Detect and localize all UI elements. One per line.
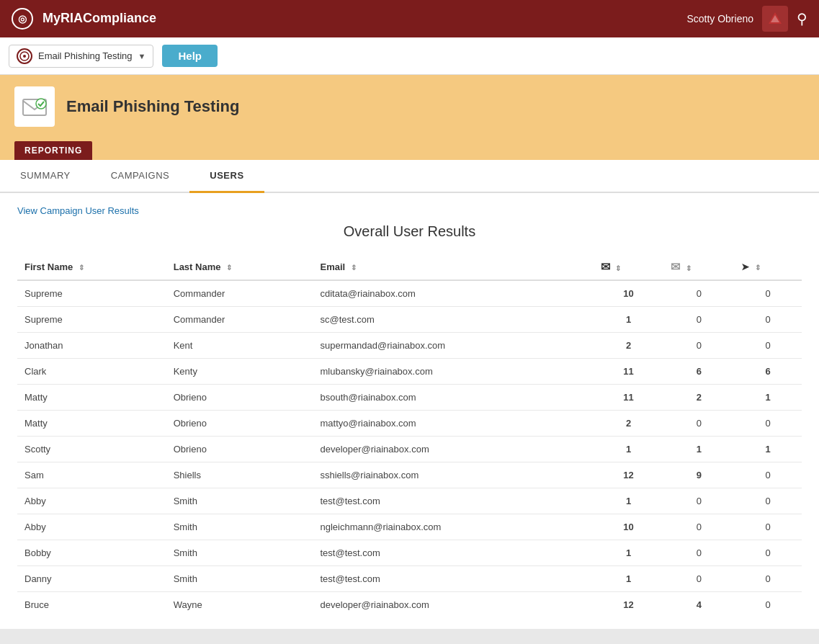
avatar[interactable] — [762, 6, 788, 32]
cell-col1: 11 — [594, 359, 664, 385]
cell-firstname: Matty — [17, 411, 166, 437]
cell-email: mattyo@riainabox.com — [313, 411, 593, 437]
cell-firstname: Clark — [17, 359, 166, 385]
cell-lastname: Obrieno — [166, 385, 313, 411]
col-header-lastname[interactable]: Last Name ⇕ — [166, 254, 313, 280]
col-header-sent[interactable]: ✉ ⇕ — [594, 254, 664, 280]
sort-icon-sent: ⇕ — [615, 264, 621, 272]
cell-email: test@test.com — [313, 566, 593, 592]
cell-col2: 6 — [663, 359, 734, 385]
cell-lastname: Smith — [166, 488, 313, 514]
cell-firstname: Bruce — [17, 592, 166, 618]
cursor-icon: ➤ — [741, 261, 749, 272]
cell-col3: 0 — [734, 333, 802, 359]
cell-col3: 0 — [734, 462, 802, 488]
module-selector[interactable]: Email Phishing Testing ▼ — [9, 45, 153, 68]
search-icon[interactable]: ⚲ — [797, 10, 807, 27]
cell-col1: 12 — [594, 462, 664, 488]
cell-col2: 4 — [663, 592, 734, 618]
cell-col3: 0 — [734, 280, 802, 307]
cell-lastname: Shiells — [166, 462, 313, 488]
logo-my: My — [42, 11, 61, 25]
tab-summary[interactable]: SUMMARY — [0, 160, 91, 193]
cell-col2: 0 — [663, 280, 734, 307]
table-row: Bruce Wayne developer@riainabox.com 12 4… — [17, 592, 802, 618]
cell-email: bsouth@riainabox.com — [313, 385, 593, 411]
cell-col3: 0 — [734, 566, 802, 592]
col-header-firstname[interactable]: First Name ⇕ — [17, 254, 166, 280]
cell-col2: 0 — [663, 307, 734, 333]
cell-lastname: Kent — [166, 333, 313, 359]
table-row: Scotty Obrieno developer@riainabox.com 1… — [17, 437, 802, 462]
cell-firstname: Supreme — [17, 280, 166, 307]
view-campaign-link[interactable]: View Campaign User Results — [17, 205, 139, 216]
email-check-icon — [22, 94, 48, 120]
cell-col3: 0 — [734, 488, 802, 514]
table-row: Supreme Commander sc@test.com 1 0 0 — [17, 307, 802, 333]
cell-col1: 2 — [594, 411, 664, 437]
cell-email: supermandad@riainabox.com — [313, 333, 593, 359]
topbar-right: Scotty Obrieno ⚲ — [686, 6, 807, 32]
page-icon — [14, 86, 55, 127]
cell-email: developer@riainabox.com — [313, 437, 593, 462]
cell-col1: 10 — [594, 280, 664, 307]
cell-col1: 10 — [594, 514, 664, 540]
sort-icon-firstname: ⇕ — [79, 264, 84, 272]
table-row: Abby Smith ngleichmann@riainabox.com 10 … — [17, 514, 802, 540]
cell-col3: 0 — [734, 411, 802, 437]
cell-col1: 1 — [594, 437, 664, 462]
topbar: ◎ MyRIACompliance Scotty Obrieno ⚲ — [0, 0, 819, 37]
cell-firstname: Supreme — [17, 307, 166, 333]
cell-col2: 0 — [663, 333, 734, 359]
svg-point-6 — [36, 99, 46, 109]
reporting-tab[interactable]: REPORTING — [14, 141, 92, 160]
col-header-email[interactable]: Email ⇕ — [313, 254, 593, 280]
cell-col2: 0 — [663, 488, 734, 514]
results-title: Overall User Results — [17, 223, 802, 240]
page-title: Email Phishing Testing — [66, 97, 239, 116]
cell-email: sshiells@riainabox.com — [313, 462, 593, 488]
tab-users[interactable]: USERS — [189, 160, 264, 193]
user-name: Scotty Obrieno — [686, 13, 753, 24]
cell-lastname: Obrieno — [166, 437, 313, 462]
cell-col2: 9 — [663, 462, 734, 488]
cell-col1: 1 — [594, 566, 664, 592]
cell-lastname: Smith — [166, 514, 313, 540]
logo-ria: RIA — [61, 11, 83, 25]
cell-lastname: Commander — [166, 307, 313, 333]
avatar-icon — [767, 11, 783, 27]
content-area: View Campaign User Results Overall User … — [0, 193, 819, 629]
cell-firstname: Scotty — [17, 437, 166, 462]
cell-col1: 2 — [594, 333, 664, 359]
sort-icon-clicked: ⇕ — [755, 264, 761, 272]
module-icon — [17, 48, 32, 64]
cell-email: sc@test.com — [313, 307, 593, 333]
cell-firstname: Jonathan — [17, 333, 166, 359]
tab-campaigns[interactable]: CAMPAIGNS — [91, 160, 190, 193]
module-name: Email Phishing Testing — [38, 50, 133, 61]
cell-email: mlubansky@riainabox.com — [313, 359, 593, 385]
cell-lastname: Obrieno — [166, 411, 313, 437]
table-row: Matty Obrieno mattyo@riainabox.com 2 0 0 — [17, 411, 802, 437]
page-header: Email Phishing Testing REPORTING — [0, 75, 819, 160]
cell-col1: 11 — [594, 385, 664, 411]
chevron-down-icon: ▼ — [138, 52, 146, 61]
cell-email: cditata@riainabox.com — [313, 280, 593, 307]
cell-col2: 1 — [663, 437, 734, 462]
table-row: Sam Shiells sshiells@riainabox.com 12 9 … — [17, 462, 802, 488]
logo-ring: ◎ — [12, 8, 33, 30]
cell-col2: 2 — [663, 385, 734, 411]
cell-firstname: Abby — [17, 488, 166, 514]
col-header-clicked[interactable]: ➤ ⇕ — [734, 254, 802, 280]
cell-col2: 0 — [663, 566, 734, 592]
help-button[interactable]: Help — [162, 45, 218, 67]
cell-email: developer@riainabox.com — [313, 592, 593, 618]
col-header-opened[interactable]: ✉ ⇕ — [663, 254, 734, 280]
table-row: Danny Smith test@test.com 1 0 0 — [17, 566, 802, 592]
cell-email: test@test.com — [313, 488, 593, 514]
cell-col3: 0 — [734, 307, 802, 333]
sort-icon-opened: ⇕ — [686, 264, 692, 272]
cell-col3: 1 — [734, 385, 802, 411]
cell-col1: 1 — [594, 307, 664, 333]
table-row: Bobby Smith test@test.com 1 0 0 — [17, 540, 802, 566]
